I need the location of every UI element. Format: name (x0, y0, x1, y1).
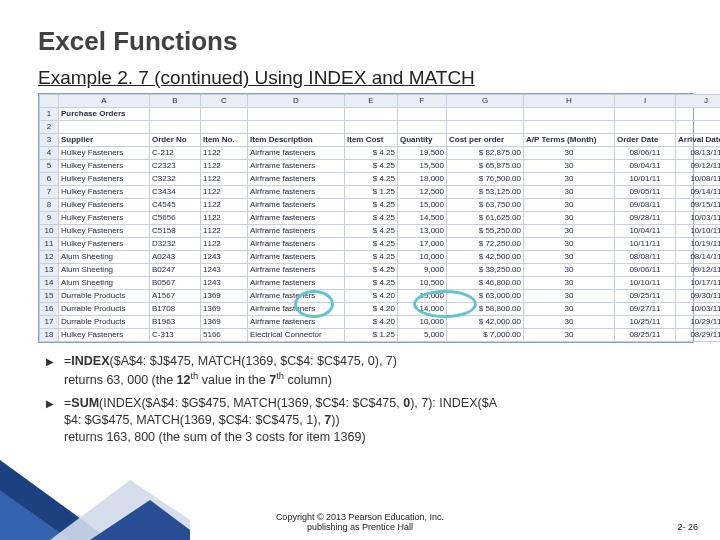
table-row: 7Hulkey FastenersC34341122Airframe faste… (40, 186, 721, 199)
bullet-1: ▶ =INDEX($A$4: $J$475, MATCH(1369, $C$4:… (46, 353, 692, 389)
bullet-marker: ▶ (46, 353, 64, 389)
table-row: 6Hulkey FastenersC32321122Airframe faste… (40, 173, 721, 186)
table-row: 10Hulkey FastenersC51581122Airframe fast… (40, 225, 721, 238)
table-row: 8Hulkey FastenersC45451122Airframe faste… (40, 199, 721, 212)
table-row: 15Durrable ProductsA15671369Airframe fas… (40, 290, 721, 303)
bullet-2: ▶ =SUM(INDEX($A$4: $G$475, MATCH(1369, $… (46, 395, 692, 446)
example-subtitle: Example 2. 7 (continued) Using INDEX and… (38, 67, 692, 89)
table-row: 14Alum SheetingB05671243Airframe fastene… (40, 277, 721, 290)
table-row: 12Alum SheetingA02431243Airframe fastene… (40, 251, 721, 264)
table-row: 18Hulkey FastenersC-3135166Electrical Co… (40, 329, 721, 342)
table-row: 9Hulkey FastenersC56561122Airframe faste… (40, 212, 721, 225)
table-row: 5Hulkey FastenersC23231122Airframe faste… (40, 160, 721, 173)
bullet-marker: ▶ (46, 395, 64, 446)
formula-notes: ▶ =INDEX($A$4: $J$475, MATCH(1369, $C$4:… (46, 353, 692, 446)
table-row: 11Hulkey FastenersD32321122Airframe fast… (40, 238, 721, 251)
table-row: 4Hulkey FastenersC-2121122Airframe faste… (40, 147, 721, 160)
copyright-line-2: publishing as Prentice Hall (307, 522, 413, 532)
spreadsheet: ABCDEFGHIJ1Purchase Orders23SupplierOrde… (38, 93, 694, 343)
table-row: 16Durrable ProductsB17081369Airframe fas… (40, 303, 721, 316)
page-number: 2- 26 (677, 522, 698, 532)
table-row: 17Durrable ProductsB19631369Airframe fas… (40, 316, 721, 329)
page-title: Excel Functions (38, 26, 692, 57)
copyright-line-1: Copyright © 2013 Pearson Education, Inc. (276, 512, 444, 522)
table-row: 13Alum SheetingB02471243Airframe fastene… (40, 264, 721, 277)
footer: Copyright © 2013 Pearson Education, Inc.… (0, 512, 720, 532)
